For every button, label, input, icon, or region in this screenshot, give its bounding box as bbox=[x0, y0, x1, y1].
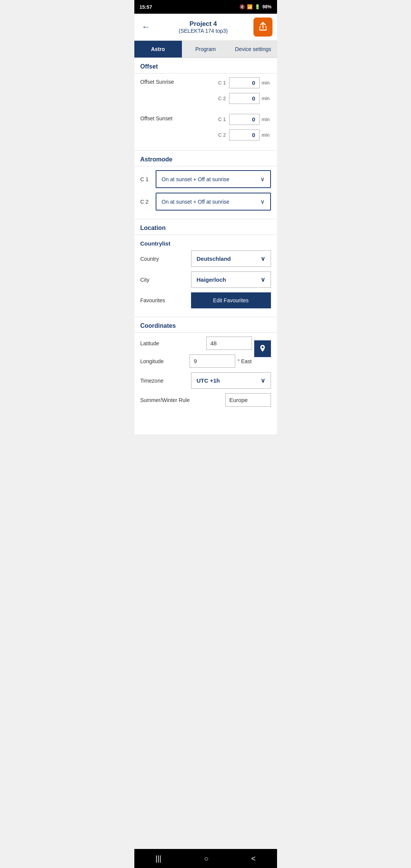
latitude-input[interactable] bbox=[206, 337, 252, 350]
longitude-unit: ° East bbox=[237, 358, 252, 364]
summer-winter-input[interactable] bbox=[225, 393, 271, 407]
offset-section-body: Offset Sunrise C 1 min C 2 min Offset Su… bbox=[134, 73, 277, 151]
battery-percent: 98% bbox=[262, 4, 271, 10]
edit-favourites-button[interactable]: Edit Favourites bbox=[191, 292, 271, 308]
location-pin-button[interactable] bbox=[254, 340, 271, 357]
coordinates-section-body: Latitude ° North Longitude ° East Timezo bbox=[134, 333, 277, 435]
offset-sunrise-c2-unit: min bbox=[262, 96, 271, 101]
timezone-label: Timezone bbox=[140, 378, 191, 384]
astromode-c1-chevron: ∨ bbox=[260, 176, 265, 183]
favourites-label: Favourites bbox=[140, 297, 191, 303]
nav-home-icon: ○ bbox=[204, 854, 209, 863]
latitude-row: Latitude ° North bbox=[140, 337, 271, 350]
offset-sunset-label: Offset Sunset bbox=[140, 114, 218, 121]
latitude-label: Latitude bbox=[140, 340, 206, 346]
offset-section-header: Offset bbox=[134, 58, 277, 73]
nav-back-icon: < bbox=[251, 854, 256, 863]
lat-lon-wrapper: Latitude ° North Longitude ° East bbox=[140, 337, 271, 368]
astromode-c2-value: On at sunset + Off at sunrise bbox=[162, 199, 229, 205]
city-label: City bbox=[140, 277, 191, 283]
astromode-c2-dropdown[interactable]: On at sunset + Off at sunrise ∨ bbox=[156, 193, 271, 211]
longitude-row: Longitude ° East bbox=[140, 354, 271, 368]
offset-sunset-group: Offset Sunset C 1 min C 2 min bbox=[140, 114, 271, 143]
city-row: City Haigerloch ∨ bbox=[140, 271, 271, 288]
svg-point-0 bbox=[261, 346, 263, 348]
city-chevron: ∨ bbox=[261, 276, 265, 283]
summer-winter-row: Summer/Winter Rule bbox=[140, 393, 271, 407]
offset-sunset-c1-unit: min bbox=[262, 116, 271, 122]
nav-back-button[interactable]: < bbox=[244, 852, 263, 865]
upload-icon bbox=[258, 21, 268, 33]
astromode-c2-row: C 2 On at sunset + Off at sunrise ∨ bbox=[140, 193, 271, 211]
tab-device-settings[interactable]: Device settings bbox=[229, 41, 277, 57]
city-dropdown[interactable]: Haigerloch ∨ bbox=[191, 271, 271, 288]
offset-sunset-c1-row: C 1 min bbox=[218, 114, 271, 125]
country-chevron: ∨ bbox=[261, 255, 265, 262]
country-row: Country Deutschland ∨ bbox=[140, 251, 271, 267]
location-section-header: Location bbox=[134, 219, 277, 235]
header-title: Project 4 (SELEKTA 174 top3) bbox=[153, 20, 253, 34]
astromode-c1-value: On at sunset + Off at sunrise bbox=[162, 176, 229, 182]
back-icon: ← bbox=[142, 22, 150, 32]
country-label: Country bbox=[140, 256, 191, 262]
offset-sunrise-c2-input[interactable] bbox=[229, 93, 260, 104]
offset-sunrise-c1-label: C 1 bbox=[218, 80, 226, 86]
countrylist-subheader: Countrylist bbox=[140, 240, 271, 247]
tab-program[interactable]: Program bbox=[182, 41, 229, 57]
astromode-section-body: C 1 On at sunset + Off at sunrise ∨ C 2 … bbox=[134, 166, 277, 219]
tab-astro[interactable]: Astro bbox=[134, 41, 182, 57]
astromode-c1-row: C 1 On at sunset + Off at sunrise ∨ bbox=[140, 170, 271, 188]
astromode-c2-chevron: ∨ bbox=[260, 198, 265, 205]
location-section-body: Countrylist Country Deutschland ∨ City H… bbox=[134, 235, 277, 317]
longitude-input[interactable] bbox=[190, 354, 235, 368]
offset-sunset-c2-row: C 2 min bbox=[218, 129, 271, 140]
longitude-label: Longitude bbox=[140, 358, 190, 364]
offset-sunset-c1-input[interactable] bbox=[229, 114, 260, 125]
offset-sunrise-group: Offset Sunrise C 1 min C 2 min bbox=[140, 77, 271, 106]
nav-menu-icon: ||| bbox=[155, 854, 161, 863]
back-button[interactable]: ← bbox=[139, 22, 153, 32]
status-time: 15:57 bbox=[140, 4, 152, 10]
astromode-section-header: Astromode bbox=[134, 151, 277, 166]
nav-home-button[interactable]: ○ bbox=[196, 852, 216, 865]
header: ← Project 4 (SELEKTA 174 top3) bbox=[134, 14, 277, 41]
favourites-row: Favourites Edit Favourites bbox=[140, 292, 271, 308]
offset-sunset-fields: C 1 min C 2 min bbox=[218, 114, 271, 143]
timezone-value: UTC +1h bbox=[197, 377, 220, 384]
offset-sunrise-c2-row: C 2 min bbox=[218, 93, 271, 104]
timezone-row: Timezone UTC +1h ∨ bbox=[140, 372, 271, 389]
timezone-dropdown[interactable]: UTC +1h ∨ bbox=[191, 372, 271, 389]
nav-menu-button[interactable]: ||| bbox=[148, 852, 169, 865]
battery-icon: 🔋 bbox=[255, 4, 260, 10]
main-content: Offset Offset Sunrise C 1 min C 2 min Of… bbox=[134, 58, 277, 435]
mute-icon: 🔇 bbox=[239, 4, 245, 10]
offset-sunset-c2-unit: min bbox=[262, 132, 271, 138]
timezone-chevron: ∨ bbox=[261, 377, 265, 384]
upload-button[interactable] bbox=[253, 18, 272, 37]
city-value: Haigerloch bbox=[197, 276, 226, 283]
offset-sunrise-c1-input[interactable] bbox=[229, 77, 260, 88]
location-pin-icon bbox=[258, 344, 267, 354]
offset-sunrise-label: Offset Sunrise bbox=[140, 77, 218, 85]
offset-sunset-c2-label: C 2 bbox=[218, 132, 226, 138]
country-value: Deutschland bbox=[197, 255, 231, 262]
project-title: Project 4 bbox=[153, 20, 253, 28]
offset-sunrise-c1-row: C 1 min bbox=[218, 77, 271, 88]
status-icons: 🔇 📶 🔋 98% bbox=[239, 4, 271, 10]
offset-sunset-c1-label: C 1 bbox=[218, 116, 226, 122]
country-dropdown[interactable]: Deutschland ∨ bbox=[191, 251, 271, 267]
status-bar: 15:57 🔇 📶 🔋 98% bbox=[134, 0, 277, 14]
offset-sunset-c2-input[interactable] bbox=[229, 129, 260, 140]
bottom-nav: ||| ○ < bbox=[134, 849, 277, 868]
offset-sunrise-fields: C 1 min C 2 min bbox=[218, 77, 271, 106]
offset-sunrise-c1-unit: min bbox=[262, 80, 271, 86]
coordinates-section-header: Coordinates bbox=[134, 317, 277, 333]
wifi-icon: 📶 bbox=[247, 4, 253, 10]
project-subtitle: (SELEKTA 174 top3) bbox=[153, 28, 253, 34]
tab-bar: Astro Program Device settings bbox=[134, 41, 277, 58]
astromode-c2-channel: C 2 bbox=[140, 199, 156, 205]
summer-winter-label: Summer/Winter Rule bbox=[140, 397, 225, 403]
astromode-c1-dropdown[interactable]: On at sunset + Off at sunrise ∨ bbox=[156, 170, 271, 188]
offset-sunrise-c2-label: C 2 bbox=[218, 96, 226, 101]
astromode-c1-channel: C 1 bbox=[140, 176, 156, 182]
